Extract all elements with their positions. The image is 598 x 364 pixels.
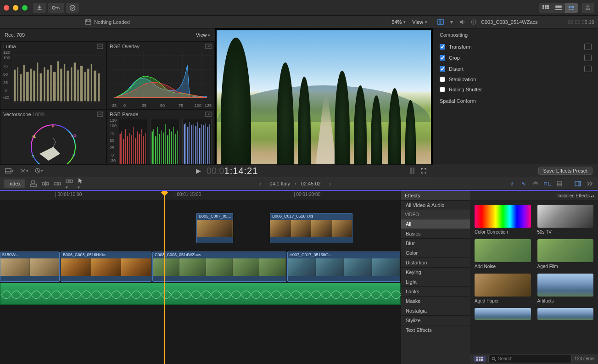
snapping-toggle[interactable]: ⊓⊔ [543, 179, 552, 188]
effect-add-noise[interactable]: Add Noise [475, 239, 531, 269]
viewer-frame[interactable] [217, 30, 431, 175]
category-light[interactable]: Light [401, 277, 470, 287]
clip-display-button[interactable] [555, 179, 564, 188]
save-effects-preset-button[interactable]: Save Effects Preset [538, 167, 592, 175]
category-stylize[interactable]: Stylize [401, 316, 470, 325]
inspector-row-crop[interactable]: Crop [433, 52, 598, 63]
effects-search[interactable] [488, 355, 572, 363]
inspector-checkbox[interactable] [440, 55, 445, 61]
effect-aged-paper[interactable]: Aged Paper [475, 274, 531, 303]
effects-browser-toggle[interactable] [573, 179, 582, 188]
timeline-clip[interactable]: B006_C008_0516HKbs [61, 252, 151, 282]
inspector-row-distort[interactable]: Distort [433, 63, 598, 74]
retime-tool[interactable] [33, 166, 44, 175]
inspector-row-rolling-shutter[interactable]: Rolling Shutter [433, 84, 598, 95]
skimming-toggle[interactable]: ⎀ [507, 179, 516, 188]
import-button[interactable] [33, 3, 46, 13]
inspector-timecode: 00:00:05:19 [568, 19, 594, 25]
reset-button[interactable] [584, 66, 592, 72]
maximize-window[interactable] [22, 5, 28, 11]
reset-button[interactable] [584, 44, 592, 50]
close-window[interactable] [4, 5, 9, 11]
keyword-button[interactable] [48, 3, 64, 13]
zoom-dropdown[interactable]: 54% [391, 19, 406, 25]
luma-scope[interactable]: Luma 120 100 75 50 25 0 - [0, 41, 106, 109]
fullscreen-button[interactable] [418, 166, 429, 175]
timeline-index-toggle[interactable] [585, 179, 594, 188]
scope-settings-icon[interactable] [205, 44, 212, 49]
effects-grid-view-button[interactable] [474, 356, 486, 362]
effects-search-input[interactable] [498, 356, 569, 361]
connect-clip-tool[interactable] [30, 180, 37, 187]
timeline-history-back[interactable]: ‹ [256, 180, 265, 187]
timeline-index-button[interactable]: Index [4, 179, 25, 188]
category-text-effects[interactable]: Text Effects [401, 325, 470, 335]
svg-rect-130 [476, 359, 478, 361]
category-blur[interactable]: Blur [401, 239, 470, 248]
minimize-window[interactable] [13, 5, 18, 11]
background-tasks-button[interactable] [66, 3, 79, 13]
category-masks[interactable]: Masks [401, 297, 470, 306]
play-icon[interactable]: ▶ [196, 167, 201, 174]
category-distortion[interactable]: Distortion [401, 258, 470, 268]
inspector-row-stabilization[interactable]: Stabilization [433, 74, 598, 84]
category-color[interactable]: Color [401, 248, 470, 258]
category-basics[interactable]: Basics [401, 229, 470, 239]
category-keying[interactable]: Keying [401, 268, 470, 277]
solo-toggle[interactable] [531, 179, 540, 188]
playhead[interactable] [164, 191, 165, 364]
svg-rect-109 [209, 124, 210, 167]
effect-50s-tv[interactable]: 50s TV [537, 205, 594, 235]
effect-aged-film[interactable]: Aged Film [537, 239, 594, 269]
category-looks[interactable]: Looks [401, 287, 470, 297]
timeline-clip[interactable]: A007_C017_05158Gs [287, 252, 400, 282]
timeline-clip[interactable]: 5150Ws [0, 252, 60, 282]
scope-settings-icon[interactable] [97, 112, 103, 117]
rgb-overlay-scope[interactable]: RGB Overlay -25 0 25 50 75 100 [106, 41, 215, 109]
effect-color-correction[interactable]: Color Correction [475, 205, 531, 235]
effects-tool[interactable] [18, 166, 29, 175]
generator-inspector-tab[interactable]: ▾ [448, 18, 455, 26]
category-all[interactable]: All [401, 219, 470, 229]
audio-meter-icon[interactable] [410, 168, 414, 174]
overwrite-clip-tool[interactable] [66, 178, 73, 190]
insert-clip-tool[interactable] [42, 180, 49, 187]
effect-name: Aged Paper [475, 298, 531, 303]
select-tool[interactable] [78, 178, 83, 190]
timeline-clip[interactable]: C003_C003_0514WZacs [152, 252, 286, 282]
timeline-ruler[interactable]: | 00:01:10:00| 00:01:15:00| 00:01:20:00 [0, 191, 401, 200]
scope-settings-icon[interactable] [97, 44, 103, 49]
scopes-view-dropdown[interactable]: View [196, 32, 210, 38]
timeline-clip[interactable]: B006_C017_0516RXs [270, 213, 352, 243]
inspector-layout-button[interactable] [565, 3, 578, 13]
audio-inspector-tab[interactable] [459, 18, 466, 26]
svg-rect-92 [171, 132, 172, 167]
browser-layout-button[interactable] [539, 3, 552, 13]
audio-track[interactable] [0, 283, 401, 305]
effect-partial[interactable] [475, 308, 531, 322]
inspector-checkbox[interactable] [440, 87, 445, 92]
inspector-row-transform[interactable]: Transform [433, 41, 598, 52]
timeline-clip[interactable]: B005_C007_05… [196, 213, 233, 243]
timeline-history-fwd[interactable]: › [325, 180, 335, 187]
clip-appearance-tool[interactable] [4, 166, 15, 175]
inspector-checkbox[interactable] [440, 44, 445, 50]
scope-settings-icon[interactable] [205, 112, 212, 117]
reset-button[interactable] [584, 55, 592, 61]
effect-artifacts[interactable]: Artifacts [537, 274, 594, 303]
audio-skimming-toggle[interactable]: ∿ [519, 179, 528, 188]
inspector-checkbox[interactable] [440, 77, 445, 82]
installed-effects-dropdown[interactable]: Installed Effects▴▾ [558, 193, 594, 198]
inspector-checkbox[interactable] [440, 66, 445, 72]
video-inspector-tab[interactable] [437, 18, 444, 26]
share-button[interactable] [581, 3, 594, 13]
view-dropdown[interactable]: View [412, 19, 427, 25]
category-all-video-audio[interactable]: All Video & Audio [401, 201, 470, 210]
timeline[interactable]: | 00:01:10:00| 00:01:15:00| 00:01:20:00 … [0, 190, 401, 364]
timeline-layout-button[interactable] [552, 3, 565, 13]
append-clip-tool[interactable] [54, 180, 61, 187]
svg-rect-7 [547, 7, 549, 9]
info-inspector-tab[interactable]: i [470, 18, 477, 26]
effect-partial[interactable] [537, 308, 594, 322]
category-nostalgia[interactable]: Nostalgia [401, 306, 470, 316]
